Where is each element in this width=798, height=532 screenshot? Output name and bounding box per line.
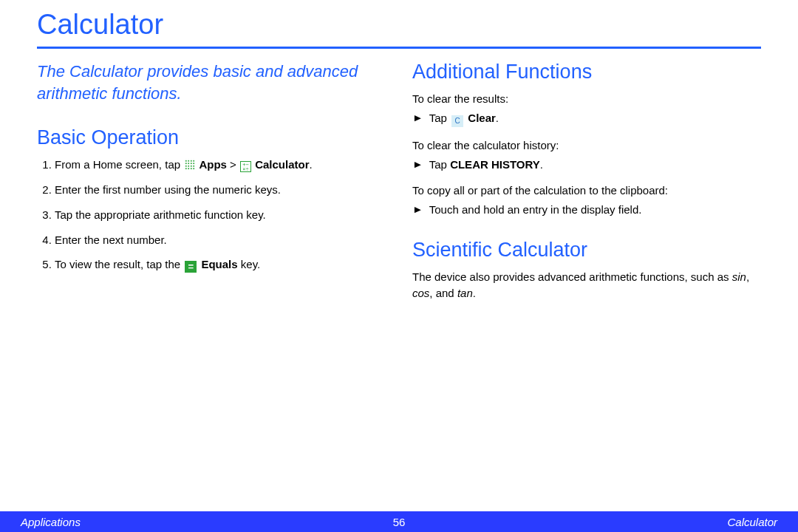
clear-results-action: ► Tap C Clear. <box>412 110 761 127</box>
tap-label-2: Tap <box>429 158 450 171</box>
intro-text: The Calculator provides basic and advanc… <box>37 61 386 104</box>
apps-icon <box>184 159 195 170</box>
step-5: To view the result, tap the = Equals key… <box>55 256 386 273</box>
step1-prefix: From a Home screen, tap <box>55 158 183 171</box>
equals-icon: = <box>185 261 197 273</box>
triangle-bullet-icon: ► <box>412 111 423 126</box>
clear-history-intro: To clear the calculator history: <box>412 137 761 154</box>
left-column: The Calculator provides basic and advanc… <box>37 61 386 301</box>
sin-label: sin <box>732 270 746 283</box>
clear-history-label: CLEAR HISTORY <box>450 158 540 171</box>
triangle-bullet-icon: ► <box>412 157 423 172</box>
tan-label: tan <box>457 287 473 299</box>
sci-prefix: The device also provides advanced arithm… <box>412 270 732 283</box>
title-rule <box>37 47 761 49</box>
page-footer: Applications 56 Calculator <box>0 511 798 532</box>
copy-action-text: Touch and hold an entry in the display f… <box>429 203 642 216</box>
step-1: From a Home screen, tap Apps > +−×÷ Calc… <box>55 157 386 173</box>
period-1: . <box>496 112 499 124</box>
sep1: , <box>746 270 749 283</box>
right-column: Additional Functions To clear the result… <box>412 61 761 301</box>
page-title: Calculator <box>37 9 761 41</box>
footer-page-number: 56 <box>393 516 406 528</box>
sci-end: . <box>473 287 476 299</box>
two-column-layout: The Calculator provides basic and advanc… <box>37 61 761 301</box>
scientific-calculator-heading: Scientific Calculator <box>412 239 761 262</box>
step1-end: . <box>310 158 313 171</box>
equals-label: Equals <box>201 258 237 270</box>
additional-functions-heading: Additional Functions <box>412 61 761 83</box>
calculator-icon: +−×÷ <box>240 161 251 172</box>
footer-right: Calculator <box>727 516 777 528</box>
calculator-label: Calculator <box>255 158 309 171</box>
footer-left: Applications <box>21 516 81 528</box>
copy-action: ► Touch and hold an entry in the display… <box>412 202 761 218</box>
tap-label: Tap <box>429 112 450 124</box>
clear-history-action: ► Tap CLEAR HISTORY. <box>412 157 761 173</box>
page-body: Calculator The Calculator provides basic… <box>0 0 798 301</box>
clear-results-intro: To clear the results: <box>412 91 761 107</box>
step-3: Tap the appropriate arithmetic function … <box>55 207 386 223</box>
gt-sep: > <box>227 158 239 171</box>
apps-label: Apps <box>199 158 227 171</box>
step-4: Enter the next number. <box>55 232 386 248</box>
copy-intro: To copy all or part of the calculation t… <box>412 183 761 199</box>
sep2: , and <box>429 287 457 299</box>
scientific-body: The device also provides advanced arithm… <box>412 269 761 301</box>
step-2: Enter the first number using the numeric… <box>55 182 386 198</box>
step5-suffix: key. <box>238 258 261 270</box>
cos-label: cos <box>412 287 429 299</box>
step5-prefix: To view the result, tap the <box>55 258 183 270</box>
triangle-bullet-icon: ► <box>412 202 423 217</box>
basic-operation-heading: Basic Operation <box>37 126 386 149</box>
clear-icon: C <box>451 115 463 127</box>
basic-operation-steps: From a Home screen, tap Apps > +−×÷ Calc… <box>37 157 386 273</box>
period-2: . <box>540 158 543 171</box>
clear-label: Clear <box>468 112 496 124</box>
